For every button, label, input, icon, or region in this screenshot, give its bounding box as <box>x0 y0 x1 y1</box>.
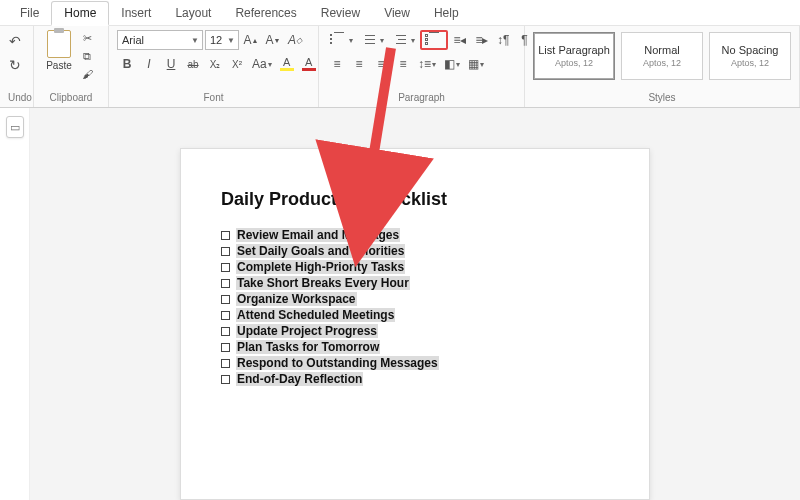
page-thumbnail-icon[interactable]: ▭ <box>6 116 24 138</box>
list-item[interactable]: Attend Scheduled Meetings <box>221 308 609 322</box>
font-color-swatch <box>302 68 316 71</box>
list-item[interactable]: End-of-Day Reflection <box>221 372 609 386</box>
style-sub: Aptos, 12 <box>731 58 769 68</box>
align-left-button[interactable]: ≡ <box>327 54 347 74</box>
style-no-spacing[interactable]: No Spacing Aptos, 12 <box>709 32 791 80</box>
style-sub: Aptos, 12 <box>555 58 593 68</box>
list-item[interactable]: Set Daily Goals and Priorities <box>221 244 609 258</box>
menu-home[interactable]: Home <box>51 1 109 26</box>
menu-layout[interactable]: Layout <box>163 2 223 24</box>
list-item-text[interactable]: End-of-Day Reflection <box>236 372 363 386</box>
checkbox-icon[interactable] <box>221 327 230 336</box>
chevron-down-icon: ▼ <box>227 36 235 45</box>
undo-button[interactable]: ↶ <box>4 30 26 52</box>
increase-indent-button[interactable]: ≡▸ <box>472 30 492 50</box>
subscript-button[interactable]: X₂ <box>205 54 225 74</box>
menu-insert[interactable]: Insert <box>109 2 163 24</box>
list-item-text[interactable]: Set Daily Goals and Priorities <box>236 244 405 258</box>
grow-font-button[interactable]: A▲ <box>241 30 261 50</box>
menu-review[interactable]: Review <box>309 2 372 24</box>
font-color-button[interactable]: A <box>299 54 319 74</box>
group-undo-label: Undo <box>8 90 25 107</box>
checklist[interactable]: Review Email and Messages Set Daily Goal… <box>221 228 609 386</box>
checkbox-icon[interactable] <box>221 343 230 352</box>
menu-bar: File Home Insert Layout References Revie… <box>0 0 800 26</box>
line-spacing-button[interactable]: ↕≡▾ <box>415 54 439 74</box>
checkbox-icon[interactable] <box>221 263 230 272</box>
list-item[interactable]: Update Project Progress <box>221 324 609 338</box>
list-item-text[interactable]: Respond to Outstanding Messages <box>236 356 439 370</box>
checkbox-icon[interactable] <box>221 247 230 256</box>
style-list-paragraph[interactable]: List Paragraph Aptos, 12 <box>533 32 615 80</box>
font-name-select[interactable]: Arial ▼ <box>117 30 203 50</box>
bullets-button[interactable]: ▾ <box>327 30 356 50</box>
list-item-text[interactable]: Review Email and Messages <box>236 228 400 242</box>
italic-button[interactable]: I <box>139 54 159 74</box>
group-paragraph-label: Paragraph <box>327 90 516 107</box>
highlight-swatch <box>280 68 294 71</box>
multilevel-list-button[interactable]: ▾ <box>389 30 418 50</box>
list-item[interactable]: Organize Workspace <box>221 292 609 306</box>
style-sub: Aptos, 12 <box>643 58 681 68</box>
list-item-text[interactable]: Complete High-Priority Tasks <box>236 260 405 274</box>
borders-button[interactable]: ▦▾ <box>465 54 487 74</box>
superscript-button[interactable]: X² <box>227 54 247 74</box>
group-styles-label: Styles <box>533 90 791 107</box>
list-item-text[interactable]: Take Short Breaks Every Hour <box>236 276 410 290</box>
list-item[interactable]: Review Email and Messages <box>221 228 609 242</box>
list-item[interactable]: Complete High-Priority Tasks <box>221 260 609 274</box>
justify-button[interactable]: ≡ <box>393 54 413 74</box>
shrink-font-button[interactable]: A▼ <box>263 30 283 50</box>
list-item-text[interactable]: Organize Workspace <box>236 292 357 306</box>
cut-button[interactable]: ✂ <box>78 30 96 46</box>
menu-view[interactable]: View <box>372 2 422 24</box>
strikethrough-button[interactable]: ab <box>183 54 203 74</box>
numbering-button[interactable]: ▾ <box>358 30 387 50</box>
bold-button[interactable]: B <box>117 54 137 74</box>
list-item-text[interactable]: Attend Scheduled Meetings <box>236 308 395 322</box>
change-case-button[interactable]: Aa▾ <box>249 54 275 74</box>
highlight-color-button[interactable]: A <box>277 54 297 74</box>
menu-references[interactable]: References <box>223 2 308 24</box>
group-clipboard: Paste ✂ ⧉ 🖌 Clipboard <box>34 26 109 107</box>
sort-button[interactable]: ↕¶ <box>494 30 512 50</box>
style-normal[interactable]: Normal Aptos, 12 <box>621 32 703 80</box>
document-area: Daily Productive Checklist Review Email … <box>30 108 800 500</box>
underline-button[interactable]: U <box>161 54 181 74</box>
checklist-button[interactable] <box>420 30 448 50</box>
checkbox-icon[interactable] <box>221 231 230 240</box>
paste-button[interactable]: Paste <box>42 30 76 71</box>
style-title: No Spacing <box>722 44 779 56</box>
font-size-select[interactable]: 12 ▼ <box>205 30 239 50</box>
align-center-button[interactable]: ≡ <box>349 54 369 74</box>
checkbox-icon[interactable] <box>221 311 230 320</box>
decrease-indent-button[interactable]: ≡◂ <box>450 30 470 50</box>
list-item[interactable]: Plan Tasks for Tomorrow <box>221 340 609 354</box>
shading-button[interactable]: ◧▾ <box>441 54 463 74</box>
checkbox-icon[interactable] <box>221 375 230 384</box>
list-item-text[interactable]: Update Project Progress <box>236 324 378 338</box>
group-clipboard-label: Clipboard <box>42 90 100 107</box>
list-item[interactable]: Take Short Breaks Every Hour <box>221 276 609 290</box>
format-painter-button[interactable]: 🖌 <box>78 66 96 82</box>
checkbox-icon[interactable] <box>221 295 230 304</box>
ribbon: ↶ ↻ Undo Paste ✂ ⧉ 🖌 Clipboard Arial ▼ <box>0 26 800 108</box>
group-undo: ↶ ↻ Undo <box>0 26 34 107</box>
chevron-down-icon: ▼ <box>191 36 199 45</box>
list-item[interactable]: Respond to Outstanding Messages <box>221 356 609 370</box>
align-right-button[interactable]: ≡ <box>371 54 391 74</box>
document-page[interactable]: Daily Productive Checklist Review Email … <box>180 148 650 500</box>
menu-file[interactable]: File <box>8 2 51 24</box>
checkbox-icon[interactable] <box>221 359 230 368</box>
group-font-label: Font <box>117 90 310 107</box>
menu-help[interactable]: Help <box>422 2 471 24</box>
font-name-value: Arial <box>122 34 144 46</box>
clear-formatting-button[interactable]: A◇ <box>285 30 305 50</box>
redo-button[interactable]: ↻ <box>4 54 26 76</box>
group-font: Arial ▼ 12 ▼ A▲ A▼ A◇ B I U ab X₂ X² Aa▾ <box>109 26 319 107</box>
list-item-text[interactable]: Plan Tasks for Tomorrow <box>236 340 380 354</box>
style-title: List Paragraph <box>538 44 610 56</box>
document-title[interactable]: Daily Productive Checklist <box>221 189 609 210</box>
checkbox-icon[interactable] <box>221 279 230 288</box>
copy-button[interactable]: ⧉ <box>78 48 96 64</box>
